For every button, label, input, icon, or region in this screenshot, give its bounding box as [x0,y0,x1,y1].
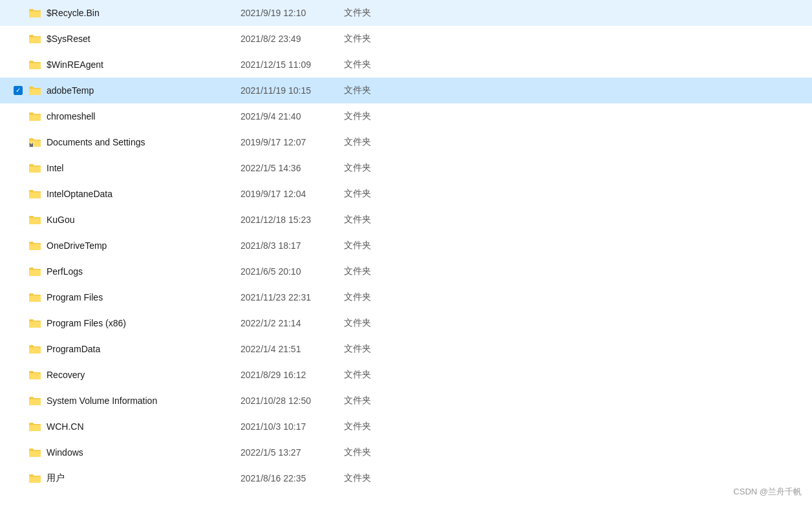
table-row[interactable]: $Recycle.Bin2021/9/19 12:10文件夹 [0,0,812,26]
file-type: 文件夹 [344,214,396,226]
file-type: 文件夹 [344,59,396,70]
file-name: 用户 [47,472,240,484]
file-type: 文件夹 [344,188,396,200]
file-name: Windows [47,447,240,458]
file-date: 2019/9/17 12:04 [240,189,344,199]
file-type: 文件夹 [344,343,396,355]
file-date: 2021/9/4 21:40 [240,111,344,122]
file-date: 2021/6/5 20:10 [240,266,344,277]
file-date: 2021/8/29 16:12 [240,370,344,380]
file-date: 2021/11/19 10:15 [240,85,344,96]
file-type: 文件夹 [344,85,396,96]
folder-icon [28,266,41,277]
file-date: 2021/10/28 12:50 [240,396,344,406]
table-row[interactable]: Intel2022/1/5 14:36文件夹 [0,155,812,181]
table-row[interactable]: 用户2021/8/16 22:35文件夹 [0,465,812,491]
file-name: System Volume Information [47,396,240,406]
file-type: 文件夹 [344,111,396,122]
file-date: 2022/1/4 21:51 [240,344,344,354]
file-type: 文件夹 [344,317,396,329]
watermark: CSDN @兰舟千帆 [733,486,802,498]
folder-icon [28,59,41,70]
folder-icon [28,34,41,44]
file-name: Recovery [47,370,240,380]
file-name: ProgramData [47,344,240,354]
file-type: 文件夹 [344,240,396,251]
table-row[interactable]: IntelOptaneData2019/9/17 12:04文件夹 [0,181,812,207]
checkbox[interactable]: ✓ [14,86,23,95]
table-row[interactable]: KuGou2021/12/18 15:23文件夹 [0,207,812,233]
folder-icon [28,215,41,225]
file-date: 2022/1/5 14:36 [240,163,344,173]
file-date: 2021/8/16 22:35 [240,473,344,483]
file-name: $SysReset [47,34,240,44]
folder-icon [28,111,41,122]
file-type: 文件夹 [344,472,396,484]
folder-icon [28,240,41,251]
folder-icon [28,189,41,199]
file-name: Documents and Settings [47,137,240,147]
folder-icon [28,421,41,432]
table-row[interactable]: Program Files2021/11/23 22:31文件夹 [0,284,812,310]
table-row[interactable]: ProgramData2022/1/4 21:51文件夹 [0,336,812,362]
file-name: OneDriveTemp [47,240,240,251]
file-date: 2022/1/2 21:14 [240,318,344,328]
file-name: adobeTemp [47,85,240,96]
file-name: WCH.CN [47,421,240,432]
svg-marker-1 [30,143,33,146]
table-row[interactable]: Program Files (x86)2022/1/2 21:14文件夹 [0,310,812,336]
table-row[interactable]: Windows2022/1/5 13:27文件夹 [0,439,812,465]
folder-icon [28,163,41,173]
file-name: PerfLogs [47,266,240,277]
file-type: 文件夹 [344,33,396,45]
file-name: Program Files [47,292,240,302]
folder-icon [28,473,41,483]
folder-icon [28,447,41,458]
checkbox-check: ✓ [16,87,21,94]
file-name: IntelOptaneData [47,189,240,199]
folder-icon [28,370,41,380]
file-date: 2019/9/17 12:07 [240,137,344,147]
file-type: 文件夹 [344,136,396,148]
file-type: 文件夹 [344,291,396,303]
checkbox-area: ✓ [10,86,26,95]
file-name: $Recycle.Bin [47,8,240,18]
file-date: 2022/1/5 13:27 [240,447,344,458]
file-date: 2021/10/3 10:17 [240,421,344,432]
folder-icon [28,396,41,406]
file-date: 2021/12/18 15:23 [240,215,344,225]
folder-icon [28,344,41,354]
file-name: $WinREAgent [47,59,240,70]
table-row[interactable]: Recovery2021/8/29 16:12文件夹 [0,362,812,388]
file-type: 文件夹 [344,369,396,381]
table-row[interactable]: chromeshell2021/9/4 21:40文件夹 [0,103,812,129]
file-type: 文件夹 [344,447,396,458]
file-date: 2021/12/15 11:09 [240,59,344,70]
folder-icon [28,8,41,18]
table-row[interactable]: $SysReset2021/8/2 23:49文件夹 [0,26,812,52]
file-date: 2021/9/19 12:10 [240,8,344,18]
table-row[interactable]: PerfLogs2021/6/5 20:10文件夹 [0,259,812,284]
table-row[interactable]: ✓ adobeTemp2021/11/19 10:15文件夹 [0,78,812,103]
file-type: 文件夹 [344,266,396,277]
file-name: Program Files (x86) [47,318,240,328]
table-row[interactable]: WCH.CN2021/10/3 10:17文件夹 [0,414,812,439]
file-name: chromeshell [47,111,240,122]
table-row[interactable]: OneDriveTemp2021/8/3 18:17文件夹 [0,233,812,259]
file-type: 文件夹 [344,395,396,407]
table-row[interactable]: $WinREAgent2021/12/15 11:09文件夹 [0,52,812,78]
table-row[interactable]: System Volume Information2021/10/28 12:5… [0,388,812,414]
file-type: 文件夹 [344,162,396,174]
file-date: 2021/8/3 18:17 [240,240,344,251]
file-name: Intel [47,163,240,173]
file-name: KuGou [47,215,240,225]
file-type: 文件夹 [344,421,396,432]
file-date: 2021/8/2 23:49 [240,34,344,44]
svg-marker-0 [29,142,33,146]
folder-icon [28,85,41,96]
file-type: 文件夹 [344,7,396,19]
table-row[interactable]: Documents and Settings2019/9/17 12:07文件夹 [0,129,812,155]
folder-icon [28,318,41,328]
shortcut-folder-icon [28,137,41,147]
file-list: $Recycle.Bin2021/9/19 12:10文件夹 $SysReset… [0,0,812,491]
